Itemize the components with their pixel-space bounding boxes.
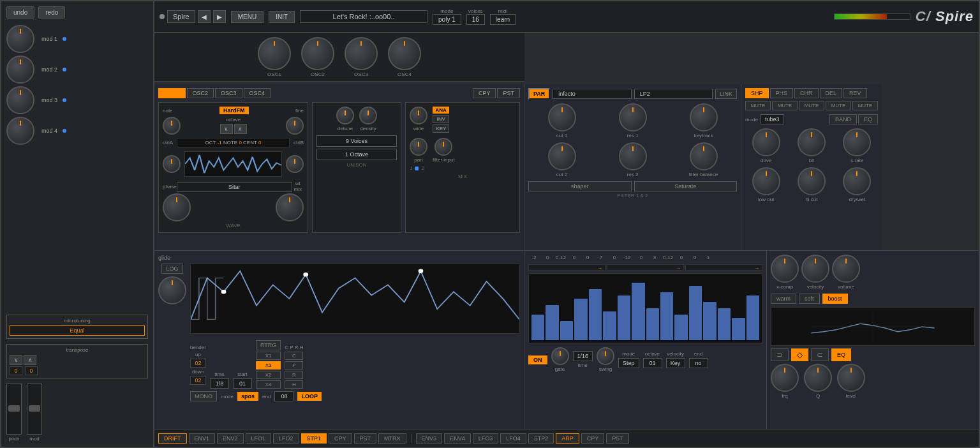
mono-btn[interactable]: MONO xyxy=(190,391,217,401)
stp1-tab[interactable]: STP1 xyxy=(301,433,327,444)
mod4-knob[interactable] xyxy=(6,117,34,145)
srate-knob[interactable] xyxy=(843,128,871,156)
cut2-knob[interactable] xyxy=(548,142,576,170)
seq-bar-9[interactable] xyxy=(660,292,673,340)
mute3-btn[interactable]: MUTE xyxy=(799,101,824,110)
glide-knob[interactable] xyxy=(158,276,186,304)
seq-octave-value[interactable]: 01 xyxy=(643,358,662,368)
left-cpy-btn[interactable]: CPY xyxy=(329,433,352,444)
seq-bar-8[interactable] xyxy=(646,308,659,340)
xcomp-knob[interactable] xyxy=(771,255,799,283)
mode-value[interactable]: poly 1 xyxy=(433,14,461,25)
keytrack-knob[interactable] xyxy=(690,103,718,131)
osc2-tab[interactable]: OSC2 xyxy=(187,88,214,98)
lfo1-tab[interactable]: LFO1 xyxy=(246,433,272,444)
osc-paste-btn[interactable]: PST xyxy=(497,88,520,98)
x1-btn[interactable]: X1 xyxy=(256,352,281,360)
key-btn[interactable]: KEY xyxy=(433,124,449,133)
midi-value[interactable]: learn xyxy=(490,14,516,25)
undo-button[interactable]: undo xyxy=(6,6,34,19)
mod-strip[interactable] xyxy=(27,384,42,435)
master-eq-btn[interactable]: EQ xyxy=(831,348,851,361)
pitch-strip[interactable] xyxy=(6,384,22,435)
osc4-top-knob[interactable] xyxy=(388,37,421,70)
low-shelf-btn[interactable]: ⊃ xyxy=(771,348,789,361)
env4-tab[interactable]: ENV4 xyxy=(444,433,471,444)
boost-btn[interactable]: boost xyxy=(822,294,848,304)
fine-knob[interactable] xyxy=(286,117,304,135)
p-btn[interactable]: P xyxy=(285,361,303,370)
mute4-btn[interactable]: MUTE xyxy=(826,101,851,110)
inv-btn[interactable]: INV xyxy=(433,115,449,123)
ctrlB-knob[interactable] xyxy=(286,155,304,173)
osc-copy-btn[interactable]: CPY xyxy=(473,88,496,98)
preset-prev-btn[interactable]: ◀ xyxy=(198,10,211,23)
osc4-tab[interactable]: OSC4 xyxy=(244,88,271,98)
hi-cut-knob[interactable] xyxy=(798,167,826,195)
bit-knob[interactable] xyxy=(798,128,826,156)
mute5-btn[interactable]: MUTE xyxy=(852,101,878,110)
seq-bar-0[interactable] xyxy=(531,315,544,340)
transpose-down-btn[interactable]: ∨ xyxy=(10,355,22,365)
rtrg-btn[interactable]: RTRG xyxy=(256,340,281,350)
seq-bar-1[interactable] xyxy=(546,305,558,340)
ctrlA-knob[interactable] xyxy=(163,155,181,173)
fx-mode-value[interactable]: tube3 xyxy=(761,114,784,124)
osc1-top-knob[interactable] xyxy=(258,37,291,70)
on-btn[interactable]: ON xyxy=(528,355,547,364)
gate-knob[interactable] xyxy=(551,347,569,365)
unison-mode-btn[interactable]: 9 Voices xyxy=(316,135,397,147)
ana-btn[interactable]: ANA xyxy=(433,107,449,114)
wt-mix-knob[interactable] xyxy=(276,193,304,221)
seq-mode-value[interactable]: Step xyxy=(618,358,639,368)
filter-balance-knob[interactable] xyxy=(690,142,718,170)
osc3-tab[interactable]: OSC3 xyxy=(215,88,242,98)
link-btn[interactable]: LINK xyxy=(715,89,737,99)
osc3-top-knob[interactable] xyxy=(345,37,378,70)
pan-knob[interactable] xyxy=(410,138,427,156)
env1-tab[interactable]: ENV1 xyxy=(189,433,216,444)
seq-display[interactable] xyxy=(528,273,762,343)
seq-bar-7[interactable] xyxy=(632,283,644,340)
swing-knob[interactable] xyxy=(597,347,614,365)
res2-knob[interactable] xyxy=(619,142,647,170)
q-knob[interactable] xyxy=(804,364,832,392)
osc1-tab[interactable]: OSC1 xyxy=(158,88,186,98)
seq-bar-15[interactable] xyxy=(746,295,759,340)
r-btn[interactable]: R xyxy=(285,371,303,379)
right-pst-btn[interactable]: PST xyxy=(606,433,629,444)
menu-button[interactable]: MENU xyxy=(231,11,264,23)
mute1-btn[interactable]: MUTE xyxy=(745,101,771,110)
drive-knob[interactable] xyxy=(752,128,780,156)
volume-knob[interactable] xyxy=(832,255,860,283)
end-value[interactable]: 08 xyxy=(274,391,293,401)
x4-btn[interactable]: X4 xyxy=(256,380,281,389)
density-knob[interactable] xyxy=(359,107,377,124)
start-value[interactable]: 01 xyxy=(233,378,252,389)
env2-tab[interactable]: ENV2 xyxy=(217,433,244,444)
microtuning-value[interactable]: Equal xyxy=(10,325,145,336)
high-shelf-btn[interactable]: ⊂ xyxy=(811,348,829,361)
arp-tab[interactable]: ARP xyxy=(556,433,579,444)
transpose-up-btn[interactable]: ∧ xyxy=(24,355,36,365)
mtrx-tab[interactable]: MTRX xyxy=(378,433,406,444)
filter2-type[interactable]: LP2 xyxy=(634,89,713,99)
loop-btn[interactable]: LOOP xyxy=(297,392,322,401)
osc2-top-knob[interactable] xyxy=(301,37,334,70)
spos-btn[interactable]: spos xyxy=(237,392,258,401)
seq-bar-11[interactable] xyxy=(689,286,702,340)
seq-bar-13[interactable] xyxy=(718,308,731,340)
wide-knob[interactable] xyxy=(410,107,427,124)
drift-tab[interactable]: DRIFT xyxy=(158,433,187,444)
preset-next-btn[interactable]: ▶ xyxy=(213,10,226,23)
band-btn[interactable]: BAND xyxy=(829,114,857,124)
lfo4-tab[interactable]: LFO4 xyxy=(500,433,526,444)
seq-bar-12[interactable] xyxy=(703,302,716,340)
seq-velocity-value[interactable]: Key xyxy=(666,358,685,368)
fx-phs-tab[interactable]: PHS xyxy=(770,88,794,98)
level-knob[interactable] xyxy=(837,364,865,392)
seq-end-value[interactable]: no xyxy=(689,358,708,368)
note-knob[interactable] xyxy=(163,117,181,135)
h-btn[interactable]: H xyxy=(285,380,303,389)
seq-bar-14[interactable] xyxy=(732,318,745,340)
